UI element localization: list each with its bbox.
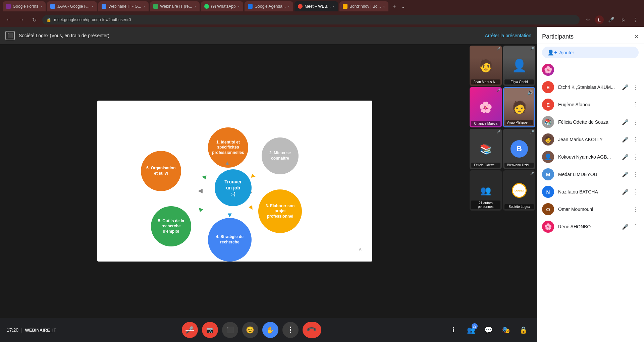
new-tab-button[interactable]: + <box>390 3 399 10</box>
tab-java[interactable]: JAVA - Google F... × <box>47 1 97 11</box>
tile-speaking-ayao: 🔊 <box>527 90 533 95</box>
circle-5: 5. Outils de la recherche d'emploi <box>151 206 191 246</box>
more-options-button[interactable]: ⋮ <box>282 322 299 338</box>
tab-close-bond[interactable]: × <box>383 4 385 8</box>
tile-mute-logex: 🎤 <box>530 172 534 175</box>
stop-presenting-button[interactable]: Arrêter la présentation <box>485 33 531 38</box>
raise-hand-button[interactable]: ✋ <box>262 322 278 338</box>
tab-meet[interactable]: Meet – WEB... × <box>294 1 338 11</box>
presentation-area: ⬛ Société Logex (Vous, en train de prése… <box>0 27 537 342</box>
reload-button[interactable]: ↻ <box>30 15 39 24</box>
participant-more-kokouvi[interactable]: ⋮ <box>633 153 639 161</box>
tab-overflow-button[interactable]: ⌄ <box>401 4 405 9</box>
participant-item-nazifatou: N Nazifatou BATCHA 🎤 ⋮ <box>537 183 644 201</box>
tab-whatsapp[interactable]: (9) WhatsApp × <box>201 1 243 11</box>
bookmark-icon[interactable]: ☆ <box>583 15 592 24</box>
browser-chrome: Google Forms × JAVA - Google F... × Webi… <box>0 0 644 13</box>
participant-more-nazifatou[interactable]: ⋮ <box>633 188 639 195</box>
circle-center: Trouver un job :-) <box>215 169 252 206</box>
tab-close-ga[interactable]: × <box>288 4 290 8</box>
tab-google-forms[interactable]: Google Forms × <box>3 1 46 11</box>
emoji-button[interactable]: 😊 <box>242 322 258 338</box>
lock-icon-btn: 🔒 <box>519 326 528 334</box>
tab-label-bond: Bond'innov | Bo... <box>350 4 381 9</box>
video-tile-eliya: 👤 🎤 Eliya Gnebi <box>503 46 535 86</box>
participant-list: E Etchri K ,Stanislas AKUM... 🎤 ⋮ E Eugè… <box>537 78 644 342</box>
tile-name-ayao: Ayao Philippe ... <box>505 120 533 125</box>
participant-more-felicia[interactable]: ⋮ <box>633 118 639 126</box>
forward-button[interactable]: → <box>17 15 26 24</box>
participant-more-medar[interactable]: ⋮ <box>633 171 639 178</box>
tab-webinaire-it[interactable]: Webinaire IT - G... × <box>98 1 149 11</box>
tab-close-wa[interactable]: × <box>238 4 240 8</box>
tile-mute-chanice: 🎤 <box>496 89 500 92</box>
participant-name-omar: Omar Moumouni <box>558 207 629 212</box>
mute-mic-button[interactable]: 🎤 <box>182 322 198 338</box>
settings-icon[interactable]: ⋮ <box>631 15 640 24</box>
video-tile-chanice: 🌸 🎤 Chanice Maéva <box>470 87 502 127</box>
add-label: Ajouter <box>559 50 574 55</box>
tile-name-bienvenu: Bienvenu Dzid... <box>504 163 534 168</box>
participant-more-etchri[interactable]: ⋮ <box>633 83 639 91</box>
info-button[interactable]: ℹ <box>447 323 460 337</box>
participant-more-omar[interactable]: ⋮ <box>633 206 639 213</box>
people-button[interactable]: 👥 29 <box>464 323 478 337</box>
presenter-bar: ⬛ Société Logex (Vous, en train de prése… <box>0 27 537 44</box>
participant-mute-kokouvi: 🎤 <box>622 154 629 160</box>
panel-title: Participants <box>542 33 634 40</box>
participant-avatar-medar: M <box>542 168 554 180</box>
participant-item-eugene: E Eugène Afanou ⋮ <box>537 96 644 113</box>
address-bar[interactable]: 🔒 meet.google.com/rip-oodp-fow?authuser=… <box>42 15 580 24</box>
share-icon[interactable]: ⎘ <box>619 15 628 24</box>
participant-avatar-jean: 🧑 <box>542 133 554 146</box>
participant-avatar-kokouvi: 👤 <box>542 151 554 163</box>
present-icon: ⬛ <box>226 326 234 334</box>
present-button[interactable]: ⬛ <box>222 322 238 338</box>
participant-more-jean[interactable]: ⋮ <box>633 136 639 143</box>
tile-mute-felicia: 🎤 <box>496 130 500 134</box>
activities-button[interactable]: 🎭 <box>499 323 513 337</box>
tab-bond[interactable]: Bond'innov | Bo... × <box>339 1 388 11</box>
lock-button[interactable]: 🔒 <box>517 323 530 337</box>
back-button[interactable]: ← <box>4 15 13 24</box>
tab-close-gf[interactable]: × <box>40 4 42 8</box>
tab-close-web[interactable]: × <box>143 4 145 8</box>
tile-name-logex: Société Logex <box>504 204 534 209</box>
participant-item-rene: 🌸 Réné AHONBO 🎤 ⋮ <box>537 218 644 235</box>
participant-item-kokouvi: 👤 Kokouvi Nyameko AGB... 🎤 ⋮ <box>537 148 644 166</box>
tab-close-meet[interactable]: × <box>333 4 335 8</box>
chat-button[interactable]: 💬 <box>482 323 495 337</box>
tile-name-chanice: Chanice Maéva <box>471 121 500 126</box>
participant-more-rene[interactable]: ⋮ <box>633 223 639 230</box>
mute-cam-button[interactable]: 📷 <box>202 322 218 338</box>
video-tile-societe-logex: LOGEX 🎤 Société Logex <box>503 170 535 211</box>
slide: ▲ ▼ ▶ ▶ ▶ ▶ ▶ ▶ Trouver un job :-) 1. Id… <box>97 101 372 262</box>
participants-panel: Participants × 👤+ Ajouter 🌸 E Etchri K ,… <box>537 27 644 342</box>
participant-item-medar: M Medar LIMDEYOU 🎤 ⋮ <box>537 166 644 183</box>
profile-icon[interactable]: L <box>595 15 604 24</box>
participant-name-felicia: Félicia Odette de Souza <box>558 119 618 125</box>
microphone-permission-icon[interactable]: 🎤 <box>606 15 616 24</box>
tile-name-eliya: Eliya Gnebi <box>504 79 534 84</box>
slide-container: ▲ ▼ ▶ ▶ ▶ ▶ ▶ ▶ Trouver un job :-) 1. Id… <box>0 44 470 318</box>
participant-mute-nazifatou: 🎤 <box>622 189 629 195</box>
tab-label-web: Webinaire IT - G... <box>108 4 141 9</box>
tab-close-webr[interactable]: × <box>194 4 196 8</box>
more-options-icon: ⋮ <box>287 326 294 334</box>
lock-icon: 🔒 <box>46 17 51 22</box>
circle-6: 6. Organisation et suivi <box>141 151 181 191</box>
participant-name-rene: Réné AHONBO <box>558 224 618 229</box>
participant-more-eugene[interactable]: ⋮ <box>633 101 639 108</box>
emoji-icon: 😊 <box>246 326 254 334</box>
add-participant-button[interactable]: 👤+ Ajouter <box>542 47 639 58</box>
tab-close-java[interactable]: × <box>92 4 94 8</box>
close-panel-button[interactable]: × <box>634 32 639 41</box>
content-with-tiles: ▲ ▼ ▶ ▶ ▶ ▶ ▶ ▶ Trouver un job :-) 1. Id… <box>0 44 537 318</box>
participant-name-nazifatou: Nazifatou BATCHA <box>558 189 618 194</box>
raise-hand-icon: ✋ <box>266 326 274 334</box>
circle-4: 4. Stratégie de recherche <box>208 218 252 262</box>
end-call-button[interactable]: 📞 <box>303 322 321 338</box>
tab-google-agenda[interactable]: Google Agenda... × <box>245 1 293 11</box>
tab-webinaire-re[interactable]: Webinaire IT (re... × <box>150 1 200 11</box>
tab-label-gf: Google Forms <box>13 4 38 9</box>
